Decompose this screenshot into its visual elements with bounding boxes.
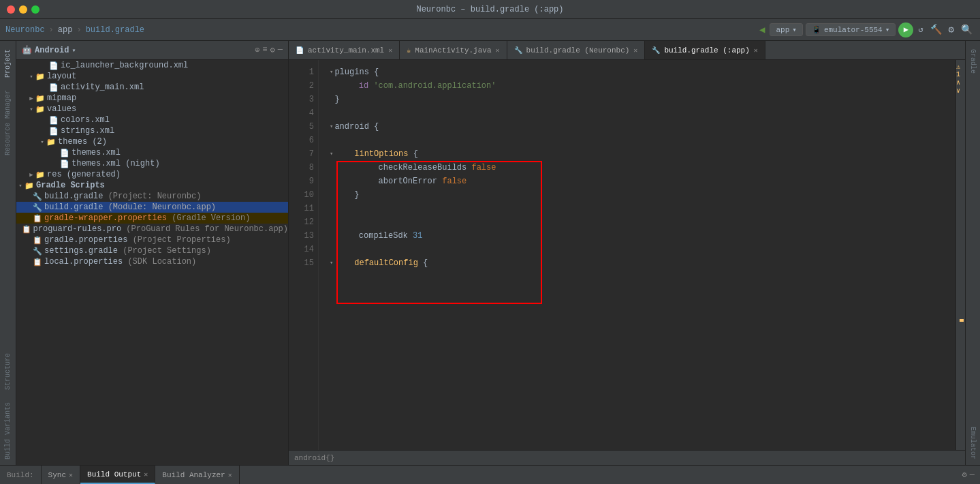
bottom-tab-build-analyzer[interactable]: Build Analyzer ✕ — [155, 466, 239, 484]
main-area: Project Resource Manager Structure Build… — [0, 41, 980, 465]
code-line-10: ▾ } — [330, 188, 955, 202]
tree-item-themes[interactable]: ▾ 📁 themes (2) — [16, 136, 288, 147]
tree-item-local-props[interactable]: 📋 local.properties (SDK Location) — [16, 256, 288, 267]
tab-build-gradle-neuronbc[interactable]: 🔧 build.gradle (Neuronbc) ✕ — [507, 41, 646, 59]
gradle-props-icon: 📋 — [33, 214, 42, 223]
breadcrumb-app[interactable]: app — [58, 25, 73, 35]
chevron-down-icon: ▾ — [885, 25, 890, 34]
sidebar-item-resource-manager[interactable]: Resource Manager — [3, 85, 13, 161]
editor-gutter-right: ⚠ 1 ∧ ∨ — [955, 60, 965, 450]
fold-icon[interactable]: ▾ — [330, 256, 333, 270]
tree-item-gradle-wrapper[interactable]: 📋 gradle-wrapper.properties (Gradle Vers… — [16, 213, 288, 224]
tree-item-themes-xml-night[interactable]: 📄 themes.xml (night) — [16, 158, 288, 169]
tree-item-res-generated[interactable]: ▶ 📁 res (generated) — [16, 169, 288, 180]
scroll-marker — [960, 319, 964, 322]
tree-item-proguard[interactable]: 📋 proguard-rules.pro (ProGuard Rules for… — [16, 224, 288, 235]
tab-activity-main[interactable]: 📄 activity_main.xml ✕ — [289, 41, 400, 59]
bottom-tab-build[interactable]: Build: — [0, 466, 42, 484]
fold-icon[interactable]: ▾ — [330, 120, 333, 134]
bottom-tab-build-output[interactable]: Build Output ✕ — [80, 466, 155, 484]
breadcrumb-file[interactable]: build.gradle — [86, 25, 144, 35]
tab-close-icon[interactable]: ✕ — [388, 46, 392, 55]
coverage-icon[interactable]: ⚙ — [947, 22, 956, 37]
hammer-icon[interactable]: 🔨 — [928, 22, 944, 37]
filetree-settings-icon[interactable]: ⚙ — [270, 45, 275, 55]
sidebar-item-build-variants[interactable]: Build Variants — [3, 397, 13, 465]
fullscreen-button[interactable] — [31, 5, 39, 14]
code-content[interactable]: ▾plugins { id 'com.android.application' … — [319, 60, 955, 450]
minimize-icon[interactable]: — — [970, 470, 975, 480]
xml-file-icon: 📄 — [49, 83, 59, 92]
run-config-selector[interactable]: app ▾ — [770, 23, 802, 36]
tree-item-values[interactable]: ▾ 📁 values — [16, 104, 288, 115]
tree-item-gradle-props[interactable]: 📋 gradle.properties (Project Properties) — [16, 235, 288, 245]
tree-item-colors[interactable]: 📄 colors.xml — [16, 115, 288, 125]
tab-close-icon[interactable]: ✕ — [633, 46, 637, 55]
filetree-collapse-icon[interactable]: ≡ — [262, 45, 267, 55]
filetree-locate-icon[interactable]: ⊕ — [255, 45, 259, 55]
fold-icon[interactable]: ▾ — [330, 147, 333, 161]
tree-item-build-gradle-app[interactable]: 🔧 build.gradle (Module: Neuronbc.app) — [16, 202, 288, 213]
tree-item-gradle-scripts[interactable]: ▾ 📁 Gradle Scripts — [16, 180, 288, 191]
tab-close-icon[interactable]: ✕ — [496, 46, 500, 55]
tree-item-ic-launcher[interactable]: 📄 ic_launcher_background.xml — [16, 60, 288, 71]
search-everywhere-icon[interactable]: 🔍 — [959, 22, 975, 37]
tree-item-themes-xml[interactable]: 📄 themes.xml — [16, 147, 288, 158]
code-editor: 1234 5678 9101112 131415 ▾plugins { id '… — [289, 60, 955, 450]
sidebar-item-structure[interactable]: Structure — [3, 348, 13, 395]
gradle-file-icon: 🔧 — [33, 203, 42, 212]
sidebar-item-project[interactable]: Project — [3, 44, 13, 83]
tab-close-icon[interactable]: ✕ — [228, 471, 232, 479]
code-line-3: ▾} — [330, 93, 955, 106]
tree-item-settings-gradle[interactable]: 🔧 settings.gradle (Project Settings) — [16, 245, 288, 256]
build-label: Build: — [7, 471, 34, 479]
tab-close-icon[interactable]: ✕ — [144, 470, 148, 479]
editor-area: 📄 activity_main.xml ✕ ☕ MainActivity.jav… — [289, 41, 965, 465]
toolbar-right: ◀ app ▾ 📱 emulator-5554 ▾ ▶ ↺ 🔨 ⚙ 🔍 — [757, 22, 975, 37]
folder-icon: 📁 — [35, 170, 45, 179]
tree-label: strings.xml — [61, 126, 114, 136]
tree-label: res (generated) — [47, 170, 121, 179]
android-icon: 🤖 — [22, 45, 32, 55]
bottom-tab-sync[interactable]: Sync ✕ — [42, 466, 80, 484]
tree-label: layout — [47, 72, 76, 81]
run-button[interactable]: ▶ — [898, 22, 913, 37]
settings-icon[interactable]: ⚙ — [962, 470, 967, 480]
tree-item-mipmap[interactable]: ▶ 📁 mipmap — [16, 93, 288, 104]
breadcrumb-neuronbc[interactable]: Neuronbc — [5, 25, 45, 35]
minimize-button[interactable] — [19, 5, 27, 14]
filetree-close-icon[interactable]: — — [278, 45, 283, 55]
tree-label: local.properties (SDK Location) — [44, 257, 196, 267]
tree-item-strings[interactable]: 📄 strings.xml — [16, 125, 288, 136]
tree-label: colors.xml — [61, 115, 110, 125]
tab-label: activity_main.xml — [308, 46, 384, 55]
folder-icon: 📁 — [35, 105, 45, 114]
traffic-lights — [7, 5, 39, 14]
device-selector[interactable]: 📱 emulator-5554 ▾ — [806, 23, 896, 36]
tree-label: themes.xml (night) — [72, 159, 160, 168]
expand-arrow-icon: ▶ — [27, 95, 35, 102]
sidebar-item-gradle[interactable]: Gradle — [969, 44, 977, 79]
tree-label: build.gradle (Module: Neuronbc.app) — [44, 202, 216, 212]
tab-label: MainActivity.java — [415, 46, 491, 55]
fold-icon[interactable]: ▾ — [330, 65, 333, 79]
sidebar-item-emulator[interactable]: Emulator — [969, 421, 977, 465]
tab-build-gradle-app[interactable]: 🔧 build.gradle (:app) ✕ — [645, 41, 765, 59]
tab-bar: 📄 activity_main.xml ✕ ☕ MainActivity.jav… — [289, 41, 965, 60]
code-line-8: checkReleaseBuilds false — [330, 161, 955, 175]
tree-item-layout[interactable]: ▾ 📁 layout — [16, 71, 288, 82]
tab-mainactivity[interactable]: ☕ MainActivity.java ✕ — [400, 41, 507, 59]
close-button[interactable] — [7, 5, 15, 14]
tree-label: mipmap — [47, 93, 76, 103]
tree-label: Gradle Scripts — [36, 181, 105, 190]
code-line-5: ▾android { — [330, 120, 955, 134]
tree-item-activity-main[interactable]: 📄 activity_main.xml — [16, 82, 288, 93]
tab-close-icon[interactable]: ✕ — [69, 471, 73, 479]
back-arrow-icon[interactable]: ◀ — [757, 22, 767, 37]
tree-item-build-gradle-project[interactable]: 🔧 build.gradle (Project: Neuronbc) — [16, 191, 288, 202]
filetree-header: 🤖 Android ▾ ⊕ ≡ ⚙ — — [16, 41, 288, 60]
tab-close-icon[interactable]: ✕ — [754, 46, 758, 55]
sync-icon[interactable]: ↺ — [916, 23, 925, 36]
xml-file-icon: 📄 — [49, 116, 59, 125]
code-line-9: abortOnError false — [330, 175, 955, 188]
